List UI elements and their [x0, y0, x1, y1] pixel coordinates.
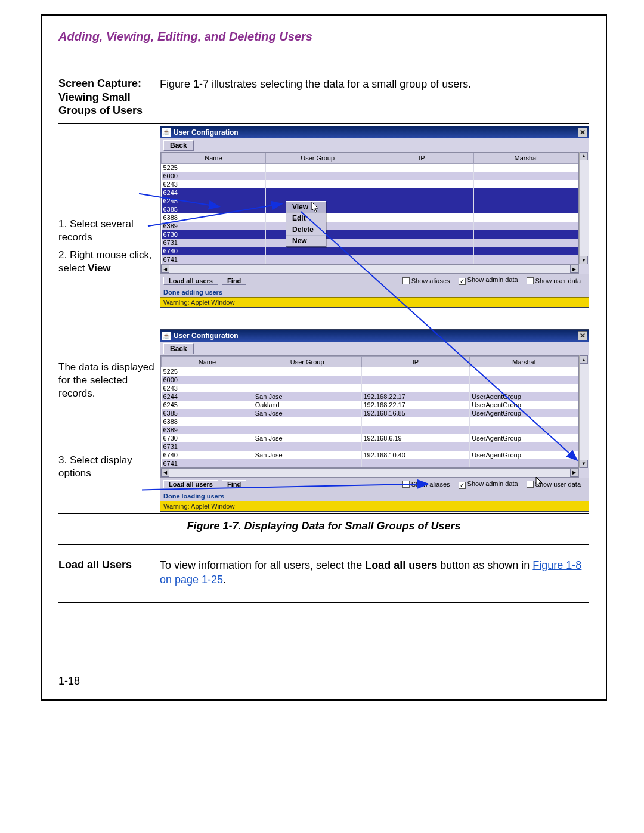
checkbox-icon[interactable] [527, 277, 534, 284]
section-screen-capture: Screen Capture: Viewing Small Groups of … [58, 77, 589, 117]
horizontal-scrollbar[interactable]: ◀ ▶ [160, 264, 579, 274]
table-cell [265, 188, 370, 197]
page-number: 1-18 [58, 675, 80, 688]
back-button[interactable]: Back [163, 343, 194, 354]
table-row[interactable]: 6245Oakland192.168.22.17UserAgentGroup [162, 401, 578, 409]
checkbox-icon[interactable] [527, 481, 534, 488]
table-row[interactable]: 6741 [162, 459, 578, 467]
table-cell [470, 459, 578, 467]
col-ip[interactable]: IP [370, 153, 474, 163]
table-row[interactable]: 5225 [162, 163, 578, 172]
scroll-down-icon[interactable]: ▼ [580, 460, 588, 468]
table-cell [470, 367, 578, 376]
java-cup-icon: ☕ [162, 128, 171, 137]
col-name[interactable]: Name [162, 153, 266, 163]
table-cell [474, 197, 578, 205]
table-row[interactable]: 6243 [162, 180, 578, 188]
scroll-left-icon[interactable]: ◀ [161, 265, 169, 273]
table-cell: 6730 [162, 230, 266, 239]
section-body: Figure 1-7 illustrates selecting the dat… [160, 77, 589, 91]
table-cell [370, 230, 474, 239]
vertical-scrollbar[interactable]: ▲ ▼ [579, 152, 589, 265]
table-row[interactable]: 6244 [162, 188, 578, 197]
scroll-right-icon[interactable]: ▶ [570, 469, 578, 477]
col-ip[interactable]: IP [361, 357, 470, 367]
annotation-1: 1. Select several records [58, 218, 134, 243]
col-usergroup[interactable]: User Group [253, 357, 361, 367]
table-row[interactable]: 6245 [162, 197, 578, 205]
back-button[interactable]: Back [163, 140, 194, 151]
table-row[interactable]: 6243 [162, 384, 578, 392]
table-cell: 192.168.6.19 [361, 434, 470, 442]
status-bar: Done loading users [160, 491, 589, 501]
load-all-users-button[interactable]: Load all users [163, 277, 218, 285]
table-row[interactable]: 6000 [162, 376, 578, 384]
find-button[interactable]: Find [222, 480, 246, 488]
show-admin-option[interactable]: Show admin data [459, 480, 518, 489]
table-row[interactable]: 6740 [162, 247, 578, 255]
window-title: User Configuration [174, 332, 239, 340]
table-row[interactable]: 6730 [162, 230, 578, 239]
table-cell [361, 367, 470, 376]
checkbox-checked-icon[interactable] [459, 482, 466, 489]
show-aliases-option[interactable]: Show aliases [402, 481, 450, 488]
table-cell: 6000 [162, 172, 266, 180]
table-cell [361, 442, 470, 451]
menu-edit[interactable]: Edit [286, 213, 326, 224]
scroll-up-icon[interactable]: ▲ [580, 355, 588, 364]
table-row[interactable]: 6731 [162, 442, 578, 451]
table-cell [265, 255, 370, 264]
table-cell: 6741 [162, 255, 266, 264]
menu-new[interactable]: New [286, 236, 326, 246]
table-row[interactable]: 6740San Jose192.168.10.40UserAgentGroup [162, 451, 578, 459]
col-name[interactable]: Name [162, 357, 253, 367]
scroll-up-icon[interactable]: ▲ [580, 152, 588, 160]
show-user-option[interactable]: Show user data [527, 481, 581, 488]
checkbox-icon[interactable] [402, 277, 410, 284]
col-marshal[interactable]: Marshal [474, 153, 578, 163]
show-user-option[interactable]: Show user data [527, 277, 581, 284]
table-row[interactable]: 6731 [162, 239, 578, 247]
table-cell: 6385 [162, 409, 253, 417]
table-row[interactable]: 6389 [162, 222, 578, 230]
table-cell: 6388 [162, 213, 266, 222]
table-cell [474, 222, 578, 230]
load-all-users-button[interactable]: Load all users [163, 480, 218, 488]
menu-view[interactable]: View [286, 202, 326, 213]
table-cell [470, 384, 578, 392]
table-cell: UserAgentGroup [470, 434, 578, 442]
close-icon[interactable]: ✕ [578, 331, 587, 340]
close-icon[interactable]: ✕ [578, 128, 587, 137]
scroll-left-icon[interactable]: ◀ [161, 469, 169, 477]
table-row[interactable]: 6244San Jose192.168.22.17UserAgentGroup [162, 392, 578, 401]
table-cell: 6741 [162, 459, 253, 467]
horizontal-scrollbar[interactable]: ◀ ▶ [160, 468, 579, 478]
show-admin-option[interactable]: Show admin data [459, 276, 518, 285]
vertical-scrollbar[interactable]: ▲ ▼ [579, 355, 589, 468]
checkbox-checked-icon[interactable] [459, 278, 466, 285]
menu-delete[interactable]: Delete [286, 224, 326, 236]
show-aliases-option[interactable]: Show aliases [402, 277, 450, 284]
table-row[interactable]: 6000 [162, 172, 578, 180]
checkbox-icon[interactable] [402, 481, 410, 488]
scroll-down-icon[interactable]: ▼ [580, 256, 588, 264]
table-cell [474, 213, 578, 222]
table-row[interactable]: 6730San Jose192.168.6.19UserAgentGroup [162, 434, 578, 442]
table-cell [370, 172, 474, 180]
table-row[interactable]: 6389 [162, 426, 578, 434]
shot-row-bottom: The data is displayed for the selected r… [58, 327, 589, 513]
col-marshal[interactable]: Marshal [470, 357, 578, 367]
table-row[interactable]: 6388 [162, 417, 578, 426]
context-menu[interactable]: View Edit Delete New [286, 201, 326, 247]
table-cell [265, 180, 370, 188]
table-row[interactable]: 6388 [162, 213, 578, 222]
col-usergroup[interactable]: User Group [265, 153, 370, 163]
find-button[interactable]: Find [222, 277, 246, 285]
table-cell [370, 239, 474, 247]
table-row[interactable]: 5225 [162, 367, 578, 376]
table-row[interactable]: 6385 [162, 205, 578, 213]
table-row[interactable]: 6385San Jose192.168.16.85UserAgentGroup [162, 409, 578, 417]
table-row[interactable]: 6741 [162, 255, 578, 264]
scroll-right-icon[interactable]: ▶ [570, 265, 578, 273]
table-cell: 192.168.16.85 [361, 409, 470, 417]
